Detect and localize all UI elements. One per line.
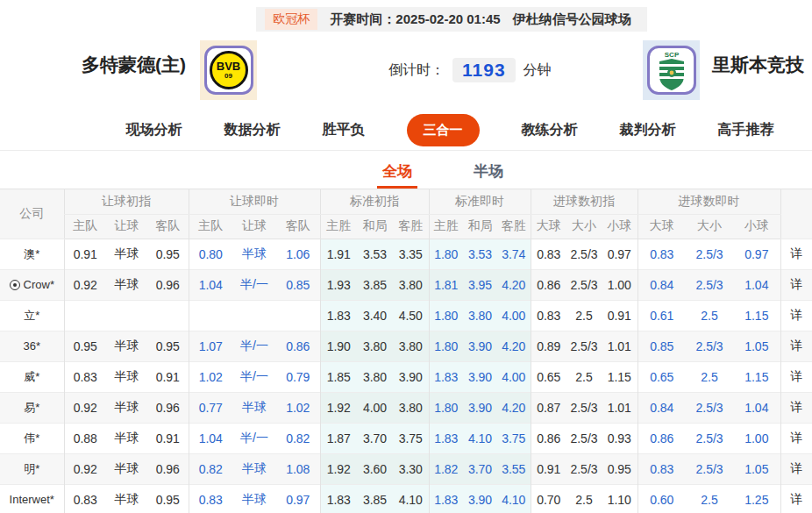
detail-link[interactable]: 详 <box>780 484 812 513</box>
odds-cell: 1.81 <box>429 269 463 300</box>
odds-cell: 1.80 <box>429 331 463 361</box>
odds-cell: 3.80 <box>463 300 497 331</box>
odds-table-body: 澳*0.91半球0.950.80半球1.061.913.533.351.803.… <box>0 239 812 513</box>
company-cell: 易* <box>0 392 64 423</box>
sub-header: 主胜 <box>320 214 357 239</box>
period-tab-0[interactable]: 全场 <box>377 151 417 189</box>
odds-cell: 0.96 <box>147 269 189 300</box>
teams-strip: 多特蒙德(主) BVB 09 倒计时： 1193 分钟 SCP 里斯本竞技 <box>0 32 812 110</box>
odds-cell: 半/一 <box>232 423 276 453</box>
company-cell: 澳* <box>0 239 64 269</box>
odds-cell: 0.83 <box>637 453 686 484</box>
detail-link[interactable]: 详 <box>780 269 812 300</box>
sub-header: 客队 <box>147 214 189 239</box>
odds-cell: 0.86 <box>531 269 566 300</box>
scp-logo-icon: SCP <box>647 46 696 95</box>
odds-cell: 2.5 <box>566 300 602 331</box>
odds-cell: 1.04 <box>189 269 232 300</box>
odds-cell: 1.80 <box>429 392 463 423</box>
odds-cell: 0.85 <box>276 269 320 300</box>
odds-cell: 0.83 <box>64 484 106 513</box>
odds-cell: 2.5/3 <box>686 239 733 269</box>
company-cell: 威* <box>0 361 64 392</box>
odds-cell: 2.5/3 <box>566 392 602 423</box>
sub-header: 大球 <box>637 214 686 239</box>
odds-cell: 0.91 <box>64 239 106 269</box>
odds-cell: 0.61 <box>637 300 686 331</box>
odds-cell <box>189 300 232 331</box>
nav-tab-2[interactable]: 胜平负 <box>323 121 365 139</box>
bvb-crest-sub: 09 <box>224 73 232 80</box>
odds-cell: 1.92 <box>320 392 357 423</box>
odds-cell: 1.85 <box>320 361 357 392</box>
odds-cell: 1.08 <box>276 453 320 484</box>
odds-cell: 半/一 <box>232 269 276 300</box>
odds-cell: 4.20 <box>497 331 531 361</box>
odds-cell: 1.80 <box>429 239 463 269</box>
odds-cell: 半/一 <box>232 331 276 361</box>
period-tabs: 全场半场 <box>0 151 812 189</box>
odds-cell: 0.83 <box>189 484 232 513</box>
nav-tab-3[interactable]: 三合一 <box>407 114 480 146</box>
detail-link[interactable]: 详 <box>780 331 812 361</box>
nav-tab-0[interactable]: 现场分析 <box>126 121 182 139</box>
odds-cell: 0.86 <box>637 423 686 453</box>
company-cell: 36* <box>0 331 64 361</box>
odds-cell: 半球 <box>106 331 147 361</box>
odds-cell: 0.95 <box>147 484 189 513</box>
detail-link[interactable]: 详 <box>780 423 812 453</box>
sub-header: 让球 <box>232 214 276 239</box>
group-header-0: 让球初指 <box>64 189 189 214</box>
odds-cell <box>232 300 276 331</box>
nav-tab-6[interactable]: 高手推荐 <box>718 121 774 139</box>
period-tab-1[interactable]: 半场 <box>468 151 509 189</box>
odds-cell: 1.04 <box>189 423 232 453</box>
odds-cell: 1.05 <box>733 453 780 484</box>
odds-cell: 半球 <box>106 361 147 392</box>
odds-cell: 0.91 <box>147 361 189 392</box>
kickoff-time: 开赛时间：2025-02-20 01:45 <box>330 11 500 28</box>
odds-cell: 3.75 <box>393 423 429 453</box>
table-row: 易*0.92半球0.960.77半球1.021.924.003.801.803.… <box>0 392 812 423</box>
odds-cell: 2.5/3 <box>686 331 733 361</box>
odds-cell: 0.95 <box>147 239 189 269</box>
sub-header: 大球 <box>531 214 566 239</box>
odds-table: 公司让球初指让球即时标准初指标准即时进球数初指进球数即时主队让球客队主队让球客队… <box>0 189 812 513</box>
table-row: Crow*0.92半球0.961.04半/一0.851.933.853.801.… <box>0 269 812 300</box>
odds-cell: 0.95 <box>147 331 189 361</box>
ball-icon <box>10 280 20 290</box>
odds-cell: 0.70 <box>531 484 566 513</box>
odds-cell: 半球 <box>106 484 147 513</box>
detail-link[interactable]: 详 <box>780 300 812 331</box>
countdown-unit: 分钟 <box>524 61 552 80</box>
nav-tab-5[interactable]: 裁判分析 <box>620 121 676 139</box>
detail-link[interactable]: 详 <box>780 239 812 269</box>
odds-cell: 3.80 <box>357 361 393 392</box>
odds-cell: 0.80 <box>189 239 232 269</box>
company-cell: 明* <box>0 453 64 484</box>
odds-cell: 1.83 <box>429 484 463 513</box>
odds-cell: 3.80 <box>393 392 429 423</box>
detail-link[interactable]: 详 <box>780 453 812 484</box>
odds-cell: 0.91 <box>147 423 189 453</box>
match-info-strip: 欧冠杯 开赛时间：2025-02-20 01:45 伊杜纳信号公园球场 <box>256 7 646 32</box>
nav-tab-4[interactable]: 教练分析 <box>522 121 578 139</box>
odds-cell: 3.53 <box>357 239 393 269</box>
home-team-name: 多特蒙德(主) <box>82 53 186 77</box>
odds-cell: 4.00 <box>497 361 531 392</box>
odds-cell: 3.75 <box>497 423 531 453</box>
detail-link[interactable]: 详 <box>780 361 812 392</box>
odds-cell: 3.90 <box>463 392 497 423</box>
detail-link[interactable]: 详 <box>780 392 812 423</box>
odds-cell: 0.97 <box>602 239 637 269</box>
group-header-2: 标准初指 <box>320 189 429 214</box>
sub-header: 客胜 <box>497 214 531 239</box>
table-row: Interwet*0.83半球0.950.83半球0.971.833.854.1… <box>0 484 812 513</box>
odds-cell: 0.96 <box>147 453 189 484</box>
odds-cell: 3.55 <box>497 453 531 484</box>
bvb-logo-icon: BVB 09 <box>204 46 253 95</box>
nav-tab-1[interactable]: 数据分析 <box>224 121 281 139</box>
odds-cell: 3.90 <box>463 361 497 392</box>
kickoff-label: 开赛时间： <box>330 11 395 26</box>
odds-cell: 半球 <box>232 392 276 423</box>
